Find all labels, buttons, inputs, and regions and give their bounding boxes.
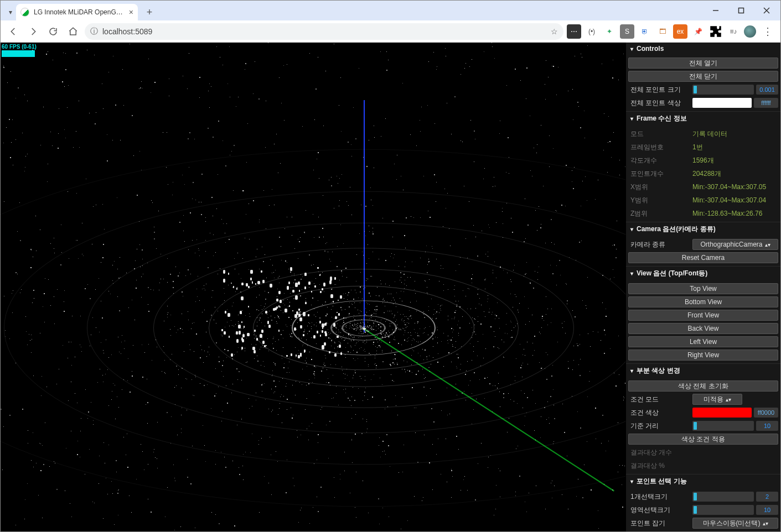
section-camera-header[interactable]: ▾Camera 옵션(카메라 종류) bbox=[626, 222, 780, 236]
top-view-button[interactable]: Top View bbox=[628, 283, 778, 294]
bottom-view-button[interactable]: Bottom View bbox=[628, 296, 778, 307]
lidar-canvas[interactable]: 60 FPS (0-61) bbox=[1, 43, 625, 531]
section-title: 부분 색상 변경 bbox=[637, 366, 680, 375]
url-text: localhost:5089 bbox=[102, 27, 152, 36]
updown-icon: ▴▾ bbox=[763, 520, 768, 526]
new-tab-button[interactable]: + bbox=[142, 5, 157, 19]
base-dist-slider[interactable] bbox=[692, 421, 754, 431]
close-tab-icon[interactable]: × bbox=[129, 8, 133, 17]
area-select-slider[interactable] bbox=[692, 505, 754, 515]
point-snap-select[interactable]: 마우스이동(미선택)▴▾ bbox=[692, 518, 778, 529]
section-title: Camera 옵션(카메라 종류) bbox=[637, 225, 716, 234]
base-dist-label: 기준 거리 bbox=[628, 421, 690, 431]
right-view-button[interactable]: Right View bbox=[628, 350, 778, 361]
back-button[interactable] bbox=[5, 23, 22, 40]
browser-menu-icon[interactable]: ⋮ bbox=[759, 25, 776, 38]
extension-icon[interactable]: ⋯ bbox=[567, 24, 581, 39]
single-select-slider[interactable] bbox=[692, 492, 754, 502]
extension-icon[interactable]: 🗔 bbox=[655, 24, 670, 39]
area-select-label: 영역선택크기 bbox=[628, 505, 690, 515]
cond-mode-label: 조건 모드 bbox=[628, 395, 690, 404]
point-color-swatch[interactable] bbox=[692, 98, 752, 108]
mode-label: 모드 bbox=[628, 129, 690, 139]
extensions-menu-icon[interactable] bbox=[708, 24, 723, 39]
area-select-value[interactable]: 10 bbox=[756, 505, 778, 515]
back-view-button[interactable]: Back View bbox=[628, 323, 778, 334]
camera-type-value: OrthographicCamera bbox=[700, 241, 762, 248]
cond-mode-value: 미적용 bbox=[704, 395, 723, 404]
frame-no-label: 프레임번호 bbox=[628, 143, 690, 152]
y-range-label: Y범위 bbox=[628, 196, 690, 205]
angle-count-value: 1596개 bbox=[692, 156, 778, 165]
chevron-down-icon: ▾ bbox=[630, 478, 633, 484]
lidar-ring bbox=[1, 149, 625, 507]
chevron-down-icon: ▾ bbox=[630, 116, 633, 122]
media-control-icon[interactable]: ≡♪ bbox=[726, 24, 741, 39]
front-view-button[interactable]: Front View bbox=[628, 310, 778, 321]
tab-dropdown-icon[interactable]: ▾ bbox=[5, 8, 16, 16]
cond-color-swatch[interactable] bbox=[692, 408, 752, 418]
point-count-value: 204288개 bbox=[692, 169, 778, 179]
close-all-button[interactable]: 전체 닫기 bbox=[628, 71, 778, 82]
section-partcolor-header[interactable]: ▾부분 색상 변경 bbox=[626, 364, 780, 378]
profile-avatar[interactable] bbox=[744, 25, 756, 38]
svg-rect-1 bbox=[739, 8, 744, 13]
fps-bar bbox=[2, 50, 35, 57]
chevron-down-icon: ▾ bbox=[630, 270, 633, 277]
forward-button[interactable] bbox=[25, 23, 42, 40]
home-button[interactable] bbox=[65, 23, 81, 40]
section-controls-header[interactable]: ▾Controls bbox=[626, 43, 780, 55]
section-frame-header[interactable]: ▾Frame 수신 정보 bbox=[626, 112, 780, 126]
point-color-hex[interactable]: ffffff bbox=[754, 98, 778, 108]
left-view-button[interactable]: Left View bbox=[628, 336, 778, 347]
frame-no-value: 1번 bbox=[692, 143, 778, 152]
extension-icon[interactable]: ex bbox=[673, 24, 687, 39]
updown-icon: ▴▾ bbox=[765, 242, 770, 248]
camera-type-label: 카메라 종류 bbox=[628, 240, 690, 249]
base-dist-value[interactable]: 10 bbox=[756, 421, 778, 431]
cond-color-hex[interactable]: ff0000 bbox=[754, 408, 778, 418]
mode-value: 기록 데이터 bbox=[692, 129, 778, 139]
apply-color-button[interactable]: 색상 조건 적용 bbox=[628, 434, 778, 445]
control-panel: ▾Controls 전체 열기 전체 닫기 전체 포인트 크기 0.001 전체… bbox=[625, 43, 780, 531]
close-window-button[interactable] bbox=[755, 3, 778, 18]
section-title: Frame 수신 정보 bbox=[637, 114, 687, 123]
reset-camera-button[interactable]: Reset Camera bbox=[628, 252, 778, 263]
point-size-value[interactable]: 0.001 bbox=[756, 85, 778, 95]
extension-icon[interactable]: (•) bbox=[585, 24, 599, 39]
point-snap-value: 마우스이동(미선택) bbox=[703, 519, 761, 528]
reload-button[interactable] bbox=[45, 23, 61, 40]
minimize-button[interactable] bbox=[704, 3, 727, 18]
camera-type-select[interactable]: OrthographicCamera▴▾ bbox=[692, 239, 778, 250]
section-view-header[interactable]: ▾View 옵션 (Top/Font등) bbox=[626, 267, 780, 280]
section-title: Controls bbox=[637, 45, 664, 53]
section-title: 포인트 선택 기능 bbox=[637, 477, 687, 486]
fps-counter: 60 FPS (0-61) bbox=[2, 44, 37, 50]
angle-count-label: 각도개수 bbox=[628, 156, 690, 165]
site-info-icon[interactable]: ⓘ bbox=[90, 27, 98, 36]
cond-color-label: 조건 색상 bbox=[628, 408, 690, 418]
cond-mode-select[interactable]: 미적용▴▾ bbox=[692, 394, 742, 405]
single-select-value[interactable]: 2 bbox=[756, 492, 778, 502]
y-range-value: Min:-307.04~Max:307.04 bbox=[692, 196, 778, 204]
favicon-icon bbox=[20, 8, 29, 17]
point-snap-label: 포인트 잡기 bbox=[628, 519, 690, 528]
maximize-button[interactable] bbox=[730, 3, 753, 18]
point-size-label: 전체 포인트 크기 bbox=[628, 85, 690, 95]
address-bar[interactable]: ⓘ localhost:5089 ☆ bbox=[85, 23, 563, 40]
chevron-down-icon: ▾ bbox=[630, 46, 633, 52]
point-size-slider[interactable] bbox=[692, 85, 754, 95]
open-all-button[interactable]: 전체 열기 bbox=[628, 58, 778, 69]
bookmark-icon[interactable]: ☆ bbox=[551, 27, 558, 36]
extension-icon[interactable]: S bbox=[620, 24, 634, 39]
extension-shield-icon[interactable]: ⛨ bbox=[638, 24, 652, 39]
pin-icon[interactable]: 📌 bbox=[691, 24, 705, 39]
x-range-value: Min:-307.04~Max:307.05 bbox=[692, 183, 778, 191]
point-count-label: 포인트개수 bbox=[628, 169, 690, 179]
tab-title: LG Innotek MLiDAR OpenGL V bbox=[34, 8, 125, 16]
reset-all-color-button[interactable]: 색상 전체 초기화 bbox=[628, 380, 778, 392]
z-range-value: Min:-128.63~Max:26.76 bbox=[692, 210, 778, 217]
browser-tab[interactable]: LG Innotek MLiDAR OpenGL V × bbox=[16, 4, 138, 20]
section-pointsel-header[interactable]: ▾포인트 선택 기능 bbox=[626, 474, 780, 488]
extension-icon[interactable]: ✦ bbox=[602, 24, 617, 39]
